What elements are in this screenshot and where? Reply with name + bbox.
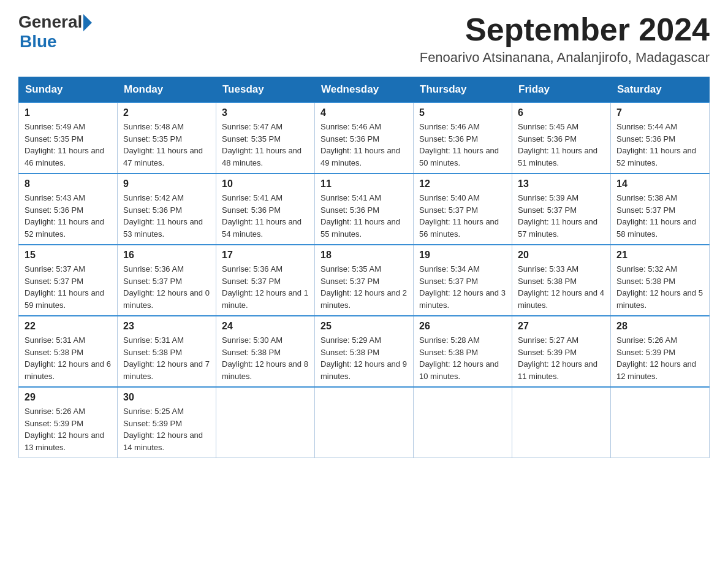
day-number: 7 (616, 107, 703, 118)
day-number: 2 (123, 107, 210, 118)
day-number: 30 (123, 392, 210, 403)
day-info: Sunrise: 5:31 AM Sunset: 5:38 PM Dayligh… (123, 334, 210, 382)
calendar-week-row: 22 Sunrise: 5:31 AM Sunset: 5:38 PM Dayl… (19, 316, 710, 387)
table-row: 13 Sunrise: 5:39 AM Sunset: 5:37 PM Dayl… (512, 174, 611, 245)
table-row: 1 Sunrise: 5:49 AM Sunset: 5:35 PM Dayli… (19, 102, 118, 174)
location-title: Fenoarivo Atsinanana, Analanjirofo, Mada… (420, 50, 710, 66)
day-info: Sunrise: 5:46 AM Sunset: 5:36 PM Dayligh… (320, 121, 408, 169)
day-number: 12 (419, 178, 506, 190)
table-row: 9 Sunrise: 5:42 AM Sunset: 5:36 PM Dayli… (118, 174, 216, 245)
table-row: 8 Sunrise: 5:43 AM Sunset: 5:36 PM Dayli… (19, 174, 118, 245)
day-info: Sunrise: 5:36 AM Sunset: 5:37 PM Dayligh… (123, 263, 210, 311)
table-row: 6 Sunrise: 5:45 AM Sunset: 5:36 PM Dayli… (512, 102, 611, 174)
day-number: 14 (616, 178, 703, 190)
table-row: 28 Sunrise: 5:26 AM Sunset: 5:39 PM Dayl… (611, 316, 710, 387)
logo: General Blue (18, 12, 92, 52)
day-info: Sunrise: 5:31 AM Sunset: 5:38 PM Dayligh… (25, 334, 112, 382)
header-monday: Monday (118, 77, 216, 103)
day-number: 29 (25, 392, 112, 403)
calendar-week-row: 8 Sunrise: 5:43 AM Sunset: 5:36 PM Dayli… (19, 174, 710, 245)
table-row: 17 Sunrise: 5:36 AM Sunset: 5:37 PM Dayl… (216, 245, 315, 316)
day-info: Sunrise: 5:40 AM Sunset: 5:37 PM Dayligh… (419, 192, 506, 240)
table-row: 19 Sunrise: 5:34 AM Sunset: 5:37 PM Dayl… (414, 245, 512, 316)
table-row (216, 387, 315, 458)
day-info: Sunrise: 5:34 AM Sunset: 5:37 PM Dayligh… (419, 263, 506, 311)
day-info: Sunrise: 5:33 AM Sunset: 5:38 PM Dayligh… (518, 263, 605, 311)
day-info: Sunrise: 5:32 AM Sunset: 5:38 PM Dayligh… (616, 263, 703, 311)
day-info: Sunrise: 5:28 AM Sunset: 5:38 PM Dayligh… (419, 334, 506, 382)
day-number: 5 (419, 107, 506, 118)
day-number: 3 (222, 107, 309, 118)
day-info: Sunrise: 5:25 AM Sunset: 5:39 PM Dayligh… (123, 405, 210, 453)
table-row: 21 Sunrise: 5:32 AM Sunset: 5:38 PM Dayl… (611, 245, 710, 316)
table-row (611, 387, 710, 458)
day-number: 17 (222, 250, 309, 261)
day-number: 4 (320, 107, 408, 118)
day-number: 27 (518, 321, 605, 332)
day-number: 18 (320, 250, 408, 261)
day-info: Sunrise: 5:30 AM Sunset: 5:38 PM Dayligh… (222, 334, 309, 382)
day-info: Sunrise: 5:45 AM Sunset: 5:36 PM Dayligh… (518, 121, 605, 169)
day-info: Sunrise: 5:48 AM Sunset: 5:35 PM Dayligh… (123, 121, 210, 169)
table-row: 18 Sunrise: 5:35 AM Sunset: 5:37 PM Dayl… (315, 245, 414, 316)
table-row: 24 Sunrise: 5:30 AM Sunset: 5:38 PM Dayl… (216, 316, 315, 387)
day-info: Sunrise: 5:41 AM Sunset: 5:36 PM Dayligh… (320, 192, 408, 240)
day-info: Sunrise: 5:44 AM Sunset: 5:36 PM Dayligh… (616, 121, 703, 169)
table-row: 27 Sunrise: 5:27 AM Sunset: 5:39 PM Dayl… (512, 316, 611, 387)
header-thursday: Thursday (414, 77, 512, 103)
table-row: 12 Sunrise: 5:40 AM Sunset: 5:37 PM Dayl… (414, 174, 512, 245)
day-info: Sunrise: 5:26 AM Sunset: 5:39 PM Dayligh… (25, 405, 112, 453)
day-info: Sunrise: 5:27 AM Sunset: 5:39 PM Dayligh… (518, 334, 605, 382)
day-info: Sunrise: 5:35 AM Sunset: 5:37 PM Dayligh… (320, 263, 408, 311)
day-info: Sunrise: 5:42 AM Sunset: 5:36 PM Dayligh… (123, 192, 210, 240)
day-number: 16 (123, 250, 210, 261)
month-title: September 2024 (420, 12, 710, 47)
day-number: 1 (25, 107, 112, 118)
table-row: 3 Sunrise: 5:47 AM Sunset: 5:35 PM Dayli… (216, 102, 315, 174)
table-row: 2 Sunrise: 5:48 AM Sunset: 5:35 PM Dayli… (118, 102, 216, 174)
day-info: Sunrise: 5:36 AM Sunset: 5:37 PM Dayligh… (222, 263, 309, 311)
day-number: 25 (320, 321, 408, 332)
calendar-week-row: 29 Sunrise: 5:26 AM Sunset: 5:39 PM Dayl… (19, 387, 710, 458)
day-info: Sunrise: 5:47 AM Sunset: 5:35 PM Dayligh… (222, 121, 309, 169)
table-row: 29 Sunrise: 5:26 AM Sunset: 5:39 PM Dayl… (19, 387, 118, 458)
day-number: 26 (419, 321, 506, 332)
day-number: 15 (25, 250, 112, 261)
logo-blue-text: Blue (20, 32, 57, 52)
logo-general-text: General (18, 12, 82, 32)
table-row: 26 Sunrise: 5:28 AM Sunset: 5:38 PM Dayl… (414, 316, 512, 387)
day-number: 22 (25, 321, 112, 332)
calendar-week-row: 1 Sunrise: 5:49 AM Sunset: 5:35 PM Dayli… (19, 102, 710, 174)
header-friday: Friday (512, 77, 611, 103)
day-info: Sunrise: 5:39 AM Sunset: 5:37 PM Dayligh… (518, 192, 605, 240)
table-row: 14 Sunrise: 5:38 AM Sunset: 5:37 PM Dayl… (611, 174, 710, 245)
day-number: 24 (222, 321, 309, 332)
calendar-week-row: 15 Sunrise: 5:37 AM Sunset: 5:37 PM Dayl… (19, 245, 710, 316)
day-number: 9 (123, 178, 210, 190)
header-tuesday: Tuesday (216, 77, 315, 103)
day-number: 23 (123, 321, 210, 332)
day-info: Sunrise: 5:38 AM Sunset: 5:37 PM Dayligh… (616, 192, 703, 240)
table-row: 16 Sunrise: 5:36 AM Sunset: 5:37 PM Dayl… (118, 245, 216, 316)
day-number: 20 (518, 250, 605, 261)
day-info: Sunrise: 5:43 AM Sunset: 5:36 PM Dayligh… (25, 192, 112, 240)
day-number: 6 (518, 107, 605, 118)
title-section: September 2024 Fenoarivo Atsinanana, Ana… (420, 12, 710, 66)
table-row: 30 Sunrise: 5:25 AM Sunset: 5:39 PM Dayl… (118, 387, 216, 458)
calendar-table: Sunday Monday Tuesday Wednesday Thursday… (18, 77, 710, 458)
day-number: 11 (320, 178, 408, 190)
logo-arrow-icon (83, 14, 92, 31)
table-row: 23 Sunrise: 5:31 AM Sunset: 5:38 PM Dayl… (118, 316, 216, 387)
day-info: Sunrise: 5:49 AM Sunset: 5:35 PM Dayligh… (25, 121, 112, 169)
page-header: General Blue September 2024 Fenoarivo At… (18, 12, 710, 66)
table-row: 22 Sunrise: 5:31 AM Sunset: 5:38 PM Dayl… (19, 316, 118, 387)
day-number: 10 (222, 178, 309, 190)
day-number: 13 (518, 178, 605, 190)
table-row: 4 Sunrise: 5:46 AM Sunset: 5:36 PM Dayli… (315, 102, 414, 174)
table-row (512, 387, 611, 458)
calendar-header-row: Sunday Monday Tuesday Wednesday Thursday… (19, 77, 710, 103)
day-info: Sunrise: 5:29 AM Sunset: 5:38 PM Dayligh… (320, 334, 408, 382)
day-info: Sunrise: 5:46 AM Sunset: 5:36 PM Dayligh… (419, 121, 506, 169)
day-number: 19 (419, 250, 506, 261)
day-number: 8 (25, 178, 112, 190)
